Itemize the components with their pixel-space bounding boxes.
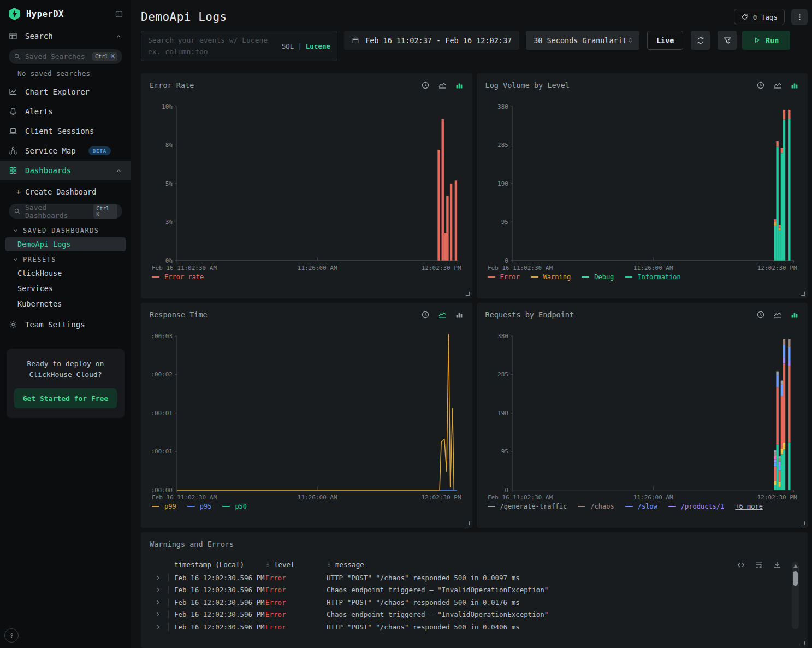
panel-resize-handle[interactable] [801,521,805,525]
chart-canvas[interactable]: 10%8%5%3%0%Feb 16 11:02:30 AM11:26:00 AM… [150,96,464,272]
scrollbar-up-arrow[interactable] [793,564,798,568]
legend-item[interactable]: p50 [222,503,247,510]
clock-icon[interactable] [756,310,765,319]
event-search-input[interactable]: Search your events w/ Lucene ex. column:… [141,31,337,61]
log-table: timestamp (Local) level message Feb 16 1… [150,557,799,633]
legend-item[interactable]: Error rate [152,273,204,281]
legend-more-link[interactable]: +6 more [735,503,763,510]
bar-chart-icon[interactable] [790,81,799,90]
create-dashboard-button[interactable]: + Create Dashboard [0,180,131,201]
table-row[interactable]: Feb 16 12:02:30.596 PM Error Chaos endpo… [154,584,799,597]
legend-item[interactable]: p95 [187,503,212,510]
table-row[interactable]: Feb 16 12:02:30.596 PM Error Chaos endpo… [154,609,799,621]
chevron-up-icon[interactable] [115,33,122,40]
legend-item[interactable]: p99 [152,503,176,510]
area-chart-icon[interactable] [438,310,447,319]
panel-warnings-and-errors: Warnings and Errors timestamp (Local) le… [141,532,808,648]
saved-dashboards-input[interactable]: Saved Dashboards Ctrl K [9,204,122,219]
area-chart-icon[interactable] [773,310,782,319]
sidebar-item-client-sessions[interactable]: Client Sessions [0,121,131,141]
live-button[interactable]: Live [647,31,683,50]
sidebar-item-label: Search [25,32,53,40]
granularity-select[interactable]: 30 Seconds Granularit [526,31,639,50]
sidebar-item-service-map[interactable]: Service Map BETA [0,141,131,161]
wrap-text-icon[interactable] [755,561,763,569]
sidebar-item-team-settings[interactable]: Team Settings [0,315,131,334]
sidebar-preset-services[interactable]: Services [0,281,131,296]
chevron-up-icon[interactable] [115,167,122,174]
column-drag-icon[interactable] [265,562,270,568]
sidebar: HyperDX Search Saved Searches Ctrl K No … [0,0,131,648]
svg-text:0: 0 [505,257,508,264]
area-chart-icon[interactable] [438,81,447,90]
sidebar-preset-clickhouse[interactable]: ClickHouse [0,266,131,281]
column-header-timestamp[interactable]: timestamp (Local) [168,561,265,569]
sidebar-dashboard-demoapi-logs[interactable]: DemoApi Logs [5,237,126,251]
bar-chart-icon[interactable] [455,81,464,90]
table-scrollbar[interactable] [792,562,799,629]
clock-icon[interactable] [421,81,430,90]
table-row[interactable]: Feb 16 12:02:30.596 PM Error HTTP "POST"… [154,621,799,633]
sidebar-item-alerts[interactable]: Alerts [0,102,131,121]
panel-resize-handle[interactable] [466,292,470,296]
sidebar-collapse-icon[interactable] [115,10,123,19]
run-button[interactable]: Run [742,31,790,50]
legend-label: p99 [164,503,176,510]
legend-item[interactable]: /generate-traffic [488,503,567,510]
chart-canvas[interactable]: :00:03:00:02:00:01:00:01:00:00Feb 16 11:… [150,326,464,502]
sidebar-item-chart-explorer[interactable]: Chart Explorer [0,82,131,102]
section-presets[interactable]: PRESETS [0,252,131,266]
legend-item[interactable]: Error [488,273,520,281]
no-saved-searches-note: No saved searches [0,68,131,82]
row-expand-chevron-icon[interactable] [154,624,168,630]
column-header-level[interactable]: level [265,561,327,569]
panel-resize-handle[interactable] [466,521,470,525]
scrollbar-thumb[interactable] [793,571,798,586]
sidebar-item-dashboards[interactable]: Dashboards [0,161,131,180]
legend-item[interactable]: /products/1 [668,503,724,510]
tags-button[interactable]: 0 Tags [734,9,785,25]
sidebar-item-label: Chart Explorer [25,87,90,96]
more-options-button[interactable] [791,9,808,25]
sql-toggle[interactable]: SQL [282,42,294,50]
search-window-icon [9,32,18,40]
table-row[interactable]: Feb 16 12:02:30.596 PM Error HTTP "POST"… [154,572,799,584]
clock-icon[interactable] [756,81,765,90]
section-saved-dashboards[interactable]: SAVED DASHBOARDS [0,223,131,237]
column-header-message[interactable]: message [327,561,799,569]
legend-item[interactable]: Warning [531,273,571,281]
legend-item[interactable]: Information [625,273,680,281]
legend-item[interactable]: /slow [625,503,657,510]
bar-chart-icon[interactable] [455,310,464,319]
area-chart-icon[interactable] [773,81,782,90]
row-expand-chevron-icon[interactable] [154,599,168,605]
row-expand-chevron-icon[interactable] [154,575,168,581]
legend-item[interactable]: Debug [582,273,614,281]
sidebar-item-search[interactable]: Search [0,26,131,46]
dashboards-grid-icon [9,166,18,175]
get-started-button[interactable]: Get Started for Free [14,388,117,408]
chart-canvas[interactable]: 380285190950Feb 16 11:02:30 AM11:26:00 A… [485,326,799,502]
sidebar-preset-kubernetes[interactable]: Kubernetes [0,296,131,311]
lucene-toggle[interactable]: Lucene [306,42,330,50]
row-message: HTTP "POST" "/chaos" responded 500 in 0.… [327,574,799,582]
legend-label: Information [637,273,680,281]
row-expand-chevron-icon[interactable] [154,611,168,617]
chart-canvas[interactable]: 380285190950Feb 16 11:02:30 AM11:26:00 A… [485,96,799,272]
bar-chart-icon[interactable] [790,310,799,319]
refresh-button[interactable] [691,31,710,50]
code-view-icon[interactable] [737,561,745,569]
column-drag-icon[interactable] [327,562,331,568]
row-expand-chevron-icon[interactable] [154,587,168,593]
filter-button[interactable] [718,31,737,50]
legend-item[interactable]: /chaos [578,503,614,510]
table-row[interactable]: Feb 16 12:02:30.596 PM Error HTTP "POST"… [154,596,799,609]
help-button[interactable] [4,628,19,643]
download-icon[interactable] [773,561,781,569]
panel-resize-handle[interactable] [801,641,805,645]
saved-searches-input[interactable]: Saved Searches Ctrl K [9,49,122,64]
date-range-picker[interactable]: Feb 16 11:02:37 - Feb 16 12:02:37 [344,31,519,50]
panel-resize-handle[interactable] [801,292,805,296]
chart-legend: /generate-traffic/chaos/slow/products/1+… [485,503,799,510]
clock-icon[interactable] [421,310,430,319]
